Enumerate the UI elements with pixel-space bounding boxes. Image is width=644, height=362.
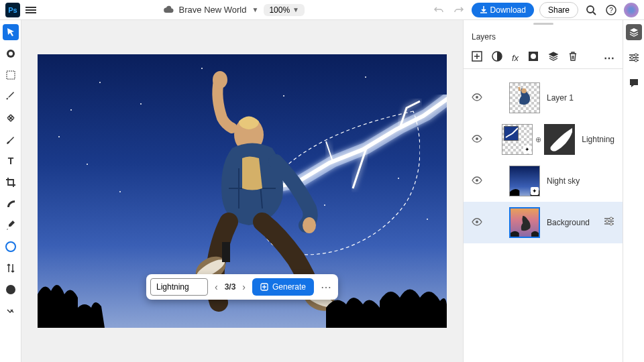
generative-toolbar: ‹ 3/3 › Generate ⋯: [146, 274, 338, 300]
generate-button[interactable]: Generate: [252, 278, 314, 296]
mask-thumbnail[interactable]: [544, 124, 575, 155]
heal-tool[interactable]: [3, 110, 19, 126]
layer-name: Night sky: [547, 176, 580, 186]
add-layer-button[interactable]: [472, 51, 482, 64]
svg-point-21: [521, 88, 527, 94]
svg-rect-14: [222, 242, 230, 262]
mask-button[interactable]: [528, 51, 539, 64]
layers-rail-button[interactable]: [626, 24, 642, 40]
document-title[interactable]: Brave New World: [179, 5, 247, 15]
app-logo[interactable]: Ps: [5, 3, 20, 17]
select-tool[interactable]: [3, 67, 19, 83]
visibility-toggle[interactable]: [472, 175, 482, 187]
fx-button[interactable]: fx: [512, 53, 519, 63]
link-icon: ⊕: [535, 135, 541, 144]
svg-point-8: [213, 71, 227, 88]
svg-point-26: [606, 220, 608, 223]
arrange-tool[interactable]: [3, 260, 19, 276]
svg-point-30: [635, 59, 637, 62]
svg-point-22: [476, 137, 478, 140]
layer-row[interactable]: Layer 1: [464, 77, 623, 119]
more-options-button[interactable]: ⋯: [318, 281, 334, 294]
layer-thumbnail[interactable]: ✦: [509, 166, 540, 196]
eyedropper-tool[interactable]: [3, 217, 19, 233]
more-tools[interactable]: [3, 303, 19, 319]
layer-name: Lightning: [582, 135, 614, 144]
shape-tool[interactable]: [3, 239, 19, 255]
svg-point-23: [476, 179, 478, 182]
user-avatar[interactable]: [624, 3, 639, 17]
properties-rail-button[interactable]: [626, 50, 642, 66]
left-toolbar: T: [0, 20, 21, 362]
download-label: Download: [490, 5, 526, 15]
top-bar: Ps Brave New World ▼ 100% ▼ Download Sha…: [0, 0, 644, 20]
layer-thumbnail[interactable]: [509, 82, 540, 113]
transform-tool[interactable]: [3, 46, 19, 62]
help-button[interactable]: ?: [604, 3, 619, 17]
panel-handle[interactable]: [464, 20, 623, 27]
svg-point-28: [635, 54, 637, 56]
adjustment-layer-button[interactable]: [492, 51, 502, 64]
layer-row[interactable]: Background: [464, 202, 623, 243]
svg-text:T: T: [7, 156, 13, 166]
chevron-down-icon: ▼: [292, 6, 299, 13]
svg-point-20: [476, 96, 478, 99]
menu-button[interactable]: [25, 5, 36, 15]
delete-layer-button[interactable]: [568, 51, 578, 64]
panel-more-button[interactable]: ⋯: [604, 52, 614, 64]
share-button[interactable]: Share: [539, 2, 578, 18]
svg-point-27: [610, 223, 612, 225]
prev-variation-button[interactable]: ‹: [212, 282, 221, 292]
layers-panel: Layers fx ⋯ Layer 1: [463, 20, 623, 362]
svg-rect-5: [7, 71, 15, 79]
prompt-input[interactable]: [150, 278, 208, 296]
svg-point-19: [531, 54, 536, 59]
color-swatch[interactable]: [3, 282, 19, 298]
right-rail: [623, 20, 644, 362]
svg-text:?: ?: [609, 7, 613, 14]
layer-row[interactable]: ✦ ⊕ Lightning: [464, 119, 623, 160]
gradient-tool[interactable]: [3, 196, 19, 212]
variation-counter: 3/3: [225, 282, 236, 292]
visibility-toggle[interactable]: [472, 217, 482, 229]
canvas[interactable]: ‹ 3/3 › Generate ⋯: [38, 54, 447, 328]
svg-point-24: [476, 221, 478, 223]
zoom-level[interactable]: 100% ▼: [264, 4, 305, 16]
undo-button[interactable]: [431, 3, 446, 17]
layer-name: Background: [547, 218, 590, 227]
layer-name: Layer 1: [547, 93, 574, 103]
layers-stack-icon[interactable]: [548, 51, 559, 64]
visibility-toggle[interactable]: [472, 133, 482, 145]
canvas-area: ‹ 3/3 › Generate ⋯: [21, 20, 463, 362]
svg-point-25: [610, 217, 612, 220]
layer-thumbnail[interactable]: ✦: [502, 124, 533, 155]
generate-icon: [260, 283, 268, 291]
panel-title: Layers: [464, 27, 623, 47]
comments-rail-button[interactable]: [626, 75, 642, 91]
move-tool[interactable]: [3, 24, 19, 40]
download-button[interactable]: Download: [472, 3, 534, 17]
layer-row[interactable]: ✦ Night sky: [464, 160, 623, 202]
svg-point-29: [631, 56, 633, 59]
redo-button[interactable]: [451, 3, 466, 17]
crop-tool[interactable]: [3, 174, 19, 190]
generative-badge-icon: ✦: [523, 145, 531, 154]
layer-properties-button[interactable]: [604, 217, 614, 229]
visibility-toggle[interactable]: [472, 92, 482, 104]
generate-label: Generate: [272, 282, 306, 292]
generative-badge-icon: ✦: [531, 187, 539, 195]
brush-tool[interactable]: [3, 88, 19, 105]
search-button[interactable]: [584, 3, 598, 17]
svg-point-4: [9, 52, 13, 56]
svg-point-0: [587, 6, 594, 13]
layer-list: Layer 1 ✦ ⊕: [464, 69, 623, 362]
next-variation-button[interactable]: ›: [239, 282, 248, 292]
text-tool[interactable]: T: [3, 153, 19, 169]
zoom-value: 100%: [269, 5, 290, 15]
paint-tool[interactable]: [3, 131, 19, 147]
cloud-icon: [163, 4, 174, 16]
layer-thumbnail[interactable]: [509, 207, 540, 238]
svg-point-9: [303, 217, 316, 233]
chevron-down-icon[interactable]: ▼: [252, 6, 258, 13]
download-icon: [480, 6, 488, 14]
